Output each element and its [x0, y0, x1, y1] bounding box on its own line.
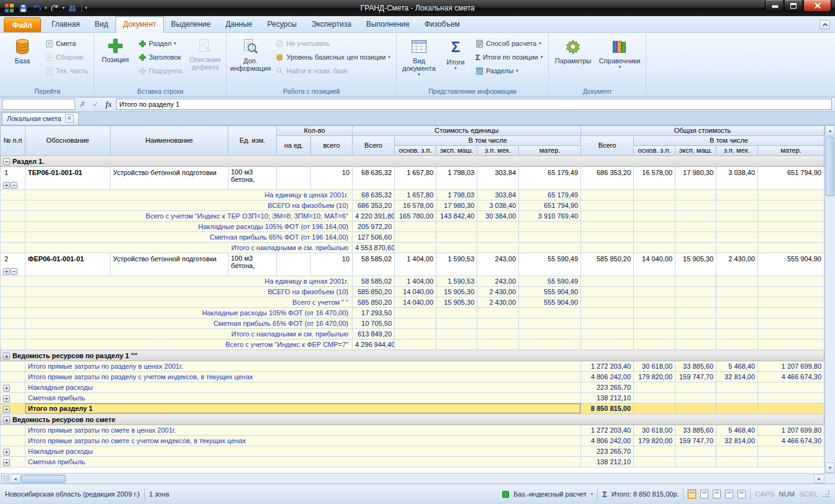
scroll-down-icon[interactable]: ▼: [825, 462, 835, 473]
cell[interactable]: 3 910 769,40: [519, 211, 581, 222]
cell[interactable]: [758, 403, 824, 414]
extra-info-button[interactable]: Доп. информация: [229, 35, 271, 79]
cell[interactable]: +: [1, 382, 25, 393]
cell[interactable]: [758, 190, 824, 200]
cell[interactable]: 1 207 699,80: [758, 425, 824, 436]
chevron-down-icon[interactable]: ▾: [45, 6, 47, 11]
cell[interactable]: [581, 340, 634, 350]
cell[interactable]: [1, 361, 25, 372]
save-button[interactable]: [17, 2, 29, 14]
smeta-button[interactable]: Смета: [42, 37, 91, 50]
tab-local-estimate[interactable]: Локальная смета ×: [2, 112, 79, 125]
collapse-ribbon-button[interactable]: [819, 20, 830, 29]
cell[interactable]: Накладные расходы 105% ФОТ (от 196 164,0…: [25, 222, 353, 232]
cell[interactable]: [675, 190, 716, 200]
cell[interactable]: 1 590,53: [436, 253, 477, 276]
cell[interactable]: ФЕР06-01-001-01: [25, 253, 111, 276]
cell[interactable]: 555 904,90: [519, 297, 581, 308]
cell[interactable]: [758, 382, 824, 393]
scroll-right-icon[interactable]: ►: [814, 474, 824, 484]
cell[interactable]: 159 747,70: [675, 372, 716, 382]
cell[interactable]: 165 780,00: [395, 211, 436, 222]
cell[interactable]: 4 553 870,60: [353, 243, 395, 253]
cell[interactable]: 30 384,00: [477, 211, 519, 222]
vertical-scroll-thumb[interactable]: [826, 137, 834, 196]
cell[interactable]: Итого прямые затраты по разделу в ценах …: [25, 361, 581, 372]
base-button[interactable]: База: [4, 35, 41, 79]
cell[interactable]: 3 038,40: [716, 167, 758, 190]
sbornik-button[interactable]: Сборник: [42, 50, 91, 64]
cell[interactable]: 14 040,00: [634, 253, 675, 276]
cell[interactable]: 205 972,20: [353, 222, 395, 232]
cell[interactable]: 33 885,60: [675, 425, 716, 436]
table-row[interactable]: Итого с накладными и см. прибылью4 553 8…: [1, 243, 824, 253]
cell[interactable]: [675, 276, 716, 287]
tab-resursy[interactable]: Ресурсы: [260, 16, 304, 32]
tab-vid[interactable]: Вид: [88, 16, 116, 32]
cell[interactable]: [634, 329, 675, 340]
cell[interactable]: Устройство бетонной подготовки: [111, 167, 228, 190]
cell[interactable]: [634, 287, 675, 297]
cell[interactable]: [634, 190, 675, 200]
scroll-left-icon[interactable]: ◄: [10, 474, 20, 484]
cell[interactable]: 2 430,00: [716, 253, 758, 276]
cell[interactable]: 10: [311, 253, 353, 276]
cell[interactable]: 1 404,00: [395, 276, 436, 287]
cell[interactable]: 303,84: [477, 190, 519, 200]
table-row[interactable]: +Накладные расходы223 265,70: [1, 446, 824, 457]
cell[interactable]: [634, 308, 675, 318]
cell[interactable]: [436, 243, 477, 253]
cell[interactable]: 555 904,90: [758, 253, 824, 276]
references-button[interactable]: Справочники ▾: [596, 35, 643, 79]
cell[interactable]: 2 430,00: [477, 297, 519, 308]
cell[interactable]: 613 849,20: [353, 329, 395, 340]
table-row[interactable]: 1+−ТЕР06-01-001-01Устройство бетонной по…: [1, 167, 824, 190]
cell[interactable]: [758, 340, 824, 350]
cell[interactable]: [675, 340, 716, 350]
cell[interactable]: [716, 211, 758, 222]
cell[interactable]: [716, 329, 758, 340]
view-mode-2-icon[interactable]: [700, 490, 708, 498]
cell[interactable]: [675, 318, 716, 329]
cell[interactable]: 651 794,90: [519, 200, 581, 211]
cell[interactable]: 138 212,10: [581, 393, 634, 403]
cell[interactable]: 14 040,00: [395, 287, 436, 297]
cell[interactable]: +Ведомость ресурсов по смете: [1, 414, 824, 425]
confirm-icon[interactable]: ✓: [90, 100, 101, 109]
cell[interactable]: Итого с накладными и см. прибылью: [25, 329, 353, 340]
cell[interactable]: 651 794,90: [758, 167, 824, 190]
cell[interactable]: 15 905,30: [436, 287, 477, 297]
cell[interactable]: 1 207 699,80: [758, 361, 824, 372]
cell[interactable]: [519, 243, 581, 253]
table-row[interactable]: Сметная прибыль 65% ФОТ (от 196 164,00)1…: [1, 232, 824, 243]
table-row[interactable]: +Накладные расходы223 265,70: [1, 382, 824, 393]
cell[interactable]: 30 618,00: [634, 361, 675, 372]
cell[interactable]: Накладные расходы: [25, 446, 581, 457]
cell[interactable]: [477, 318, 519, 329]
cell[interactable]: [1, 243, 25, 253]
cell[interactable]: Сметная прибыль 65% ФОТ (от 16 470,00): [25, 318, 353, 329]
tab-glavnaya[interactable]: Главная: [44, 16, 88, 32]
cell[interactable]: 58 585,02: [353, 276, 395, 287]
cell[interactable]: +: [1, 393, 25, 403]
calc-method-button[interactable]: Способ расчета ▾: [472, 37, 546, 50]
tab-dannye[interactable]: Данные: [218, 16, 260, 32]
app-icon[interactable]: [3, 2, 16, 14]
tab-vydelenie[interactable]: Выделение: [164, 16, 219, 32]
cell[interactable]: 10: [311, 167, 353, 190]
cell[interactable]: 179 820,00: [634, 436, 675, 446]
cell[interactable]: [716, 287, 758, 297]
cell[interactable]: [581, 243, 634, 253]
close-button[interactable]: [803, 0, 831, 12]
table-row[interactable]: Итого с накладными и см. прибылью613 849…: [1, 329, 824, 340]
cell[interactable]: [716, 222, 758, 232]
toolbar-customize-icon[interactable]: ▾: [85, 6, 88, 11]
cell[interactable]: [581, 190, 634, 200]
cell[interactable]: [758, 211, 824, 222]
cell[interactable]: [675, 243, 716, 253]
cell[interactable]: 4 466 674,30: [758, 436, 824, 446]
cell[interactable]: [758, 318, 824, 329]
cell[interactable]: [436, 308, 477, 318]
cell[interactable]: [634, 232, 675, 243]
cell[interactable]: [1, 318, 25, 329]
